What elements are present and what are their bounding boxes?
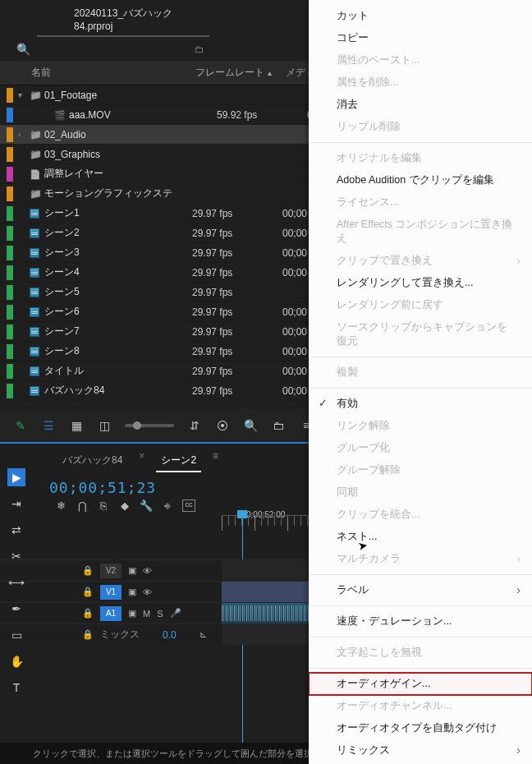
menu-item: オリジナルを編集 — [309, 147, 532, 169]
freeform-view-icon[interactable]: ◫ — [97, 418, 112, 433]
row-name: シーン5 — [44, 285, 192, 299]
type-tool-icon[interactable]: T — [7, 679, 25, 697]
sequence-icon — [30, 327, 44, 337]
find-icon[interactable]: 🔍 — [243, 418, 258, 433]
razor-tool-icon[interactable]: ✂ — [7, 547, 25, 565]
eye-icon[interactable]: 👁 — [143, 587, 152, 597]
row-media: 00;00 — [282, 208, 307, 219]
menu-item[interactable]: ネスト... — [309, 526, 532, 548]
menu-item[interactable]: 消去 — [309, 94, 532, 116]
row-name: 01_Footage — [44, 90, 192, 101]
linked-sel-icon[interactable]: ⎘ — [97, 499, 110, 512]
label-swatch — [7, 127, 13, 142]
thumb-view-icon[interactable]: ▦ — [69, 418, 84, 433]
track-label-v2[interactable]: V2 — [100, 564, 122, 578]
context-menu: カットコピー属性のペースト...属性を削除...消去リップル削除オリジナルを編集… — [309, 0, 532, 764]
row-media: 00;00 — [282, 385, 307, 397]
row-name: 03_Graphics — [44, 149, 192, 160]
selection-tool-icon[interactable]: ▶ — [7, 468, 25, 486]
col-name[interactable]: 名前 — [7, 66, 195, 80]
menu-item[interactable]: オーディオタイプを自動タグ付け — [309, 717, 532, 739]
sort-icon[interactable]: ⇵ — [187, 418, 202, 433]
track-label-v1[interactable]: V1 — [100, 585, 122, 600]
row-name: aaa.MOV — [69, 109, 217, 121]
toggle-output-icon[interactable]: ▣ — [128, 565, 136, 576]
magnet-icon[interactable]: ⋂ — [76, 499, 89, 512]
sequence-icon — [30, 366, 44, 376]
playhead-timecode[interactable]: 00;00;51;23 — [49, 479, 156, 496]
label-swatch — [7, 167, 13, 182]
mix-value[interactable]: 0.0 — [163, 629, 177, 641]
wrench-icon[interactable]: 🔧 — [140, 499, 153, 512]
menu-item[interactable]: Adobe Audition でクリップを編集 — [309, 169, 532, 191]
row-media: 00;00 — [282, 247, 307, 259]
menu-item[interactable]: 有効 — [309, 393, 532, 415]
row-media: 00;00 — [282, 267, 307, 278]
pencil-icon[interactable]: ✎ — [13, 418, 28, 433]
menu-item[interactable]: コピー — [309, 27, 532, 49]
rect-tool-icon[interactable]: ▭ — [7, 626, 25, 644]
disclosure-arrow-icon[interactable]: › — [18, 130, 30, 139]
track-select-tool-icon[interactable]: ⇥ — [7, 495, 25, 513]
hand-tool-icon[interactable]: ✋ — [7, 652, 25, 670]
menu-item[interactable]: 速度・デュレーション... — [309, 610, 532, 633]
bin-icon[interactable]: 🗀 — [195, 44, 204, 55]
menu-item: 属性のペースト... — [309, 49, 532, 71]
folder-icon — [30, 149, 44, 160]
insert-icon[interactable]: ⎆ — [161, 499, 174, 512]
lock-icon[interactable]: 🔒 — [82, 608, 94, 619]
label-swatch — [7, 186, 13, 201]
snap-icon[interactable]: ❄ — [54, 499, 67, 512]
label-swatch — [7, 344, 13, 359]
tab-main-seq[interactable]: バズハック84 — [57, 450, 127, 472]
disclosure-arrow-icon[interactable]: ▾ — [18, 90, 30, 99]
mix-meter-icon[interactable]: ⊾ — [200, 629, 207, 640]
lock-icon[interactable]: 🔒 — [82, 629, 94, 640]
toggle-output-icon[interactable]: ▣ — [128, 587, 136, 597]
lock-icon[interactable]: 🔒 — [82, 587, 94, 597]
menu-separator — [309, 605, 532, 606]
eye-icon[interactable]: 👁 — [143, 566, 152, 576]
sequence-icon — [30, 347, 44, 357]
menu-item: リップル削除 — [309, 116, 532, 138]
ripple-tool-icon[interactable]: ⇄ — [7, 521, 25, 539]
mute-m[interactable]: M — [143, 609, 150, 619]
toggle-output-icon[interactable]: ▣ — [128, 608, 136, 619]
row-fps: 29.97 fps — [192, 385, 282, 397]
search-icon[interactable]: 🔍 — [16, 43, 30, 56]
auto-icon[interactable]: ⦿ — [215, 418, 230, 433]
tab-menu-icon[interactable]: ≡ — [213, 450, 218, 472]
menu-separator — [309, 637, 532, 637]
marker-icon[interactable]: ◆ — [118, 499, 131, 512]
menu-item[interactable]: レンダリングして置き換え... — [309, 272, 532, 294]
zoom-slider[interactable] — [125, 424, 174, 427]
menu-item: レンダリング前に戻す — [309, 294, 532, 316]
solo-s[interactable]: S — [157, 609, 163, 619]
menu-separator — [309, 574, 532, 575]
row-fps: 29.97 fps — [192, 306, 282, 318]
menu-item: クリップを統合... — [309, 504, 532, 526]
mic-icon[interactable]: 🎤 — [170, 608, 181, 619]
slip-tool-icon[interactable]: ⟷ — [7, 573, 25, 591]
label-swatch — [7, 285, 13, 300]
track-label-a1[interactable]: A1 — [100, 606, 122, 621]
row-fps: 29.97 fps — [192, 267, 282, 278]
menu-item: ライセンス... — [309, 191, 532, 214]
tab-scene2[interactable]: シーン2 — [156, 450, 201, 472]
sequence-icon — [30, 386, 44, 396]
lock-icon[interactable]: 🔒 — [82, 565, 94, 576]
menu-item[interactable]: カット — [309, 5, 532, 27]
sequence-icon — [30, 307, 44, 317]
menu-item[interactable]: リミックス — [309, 739, 532, 762]
row-name: シーン2 — [44, 226, 192, 240]
cc-icon[interactable]: cc — [182, 499, 195, 512]
col-framerate[interactable]: フレームレート ▴ — [195, 66, 286, 80]
label-swatch — [7, 246, 13, 260]
menu-item[interactable]: ラベル — [309, 579, 532, 601]
menu-separator — [309, 357, 532, 357]
menu-item[interactable]: オーディオゲイン... — [309, 673, 532, 695]
list-view-icon[interactable]: ☰ — [41, 418, 56, 433]
pen-tool-icon[interactable]: ✒ — [7, 600, 25, 618]
row-name: モーショングラフィックステ — [44, 186, 192, 200]
new-bin-icon[interactable]: 🗀 — [271, 418, 286, 433]
